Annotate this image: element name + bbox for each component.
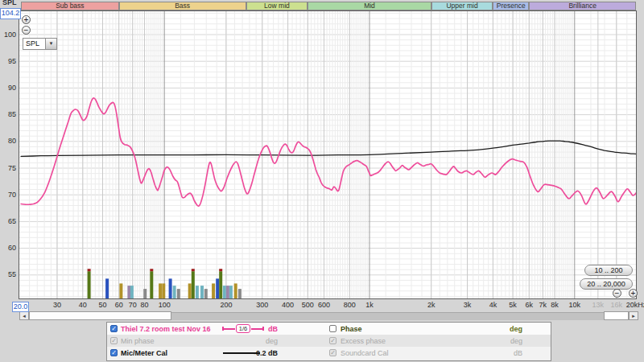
y-axis-label: 70 — [0, 191, 16, 199]
zoom-out-y-button[interactable]: − — [22, 26, 31, 35]
room-mode-bar — [238, 289, 242, 298]
room-mode-bar — [204, 289, 208, 298]
room-mode-bar — [130, 286, 134, 298]
mic-meter-cal-offset: -0.2 dB — [226, 349, 278, 357]
soundcard-cal-label: Soundcard Cal — [341, 349, 389, 357]
rew-spl-graph-window: { "bands": [ {"label":"Sub bass","f1":20… — [0, 0, 644, 362]
zoom-in-y-button[interactable]: + — [22, 15, 31, 24]
excess-phase-unit: deg — [471, 337, 522, 345]
room-mode-bar — [169, 278, 172, 298]
chevron-down-icon[interactable]: ▼ — [45, 39, 56, 49]
min-phase-unit: deg — [226, 337, 278, 345]
legend-panel: Thiel 7.2 room test Nov 16 1/6 dB Phase … — [106, 322, 551, 361]
band-header-upper-mid: Upper mid — [431, 2, 493, 10]
room-mode-bar — [216, 278, 219, 298]
legend-row-mic-meter-cal: Mic/Meter Cal -0.2 dB Soundcard Cal dB — [107, 347, 551, 359]
room-mode-bar — [143, 289, 147, 298]
room-mode-bar — [219, 271, 222, 298]
excess-phase-label: Excess phase — [341, 337, 386, 345]
x-axis-label: 100 — [147, 301, 182, 309]
scrollbar-thumb[interactable] — [29, 311, 171, 320]
room-mode-bar — [88, 271, 91, 298]
y-axis-cursor-value[interactable]: 104.2 — [0, 8, 21, 19]
room-mode-bar — [150, 271, 153, 298]
phase-unit: deg — [471, 325, 522, 333]
zoom-in-x-button[interactable]: + — [629, 289, 638, 298]
room-mode-bar — [229, 286, 233, 298]
legend-row-min-phase: Min phase deg Excess phase deg — [107, 335, 551, 347]
band-header-bass: Bass — [119, 2, 246, 10]
band-header-presence: Presence — [493, 2, 529, 10]
range-20-20000-button[interactable]: 20 .. 20,000 — [580, 278, 633, 290]
soundcard-cal-unit: dB — [471, 349, 522, 357]
room-mode-bar — [127, 286, 130, 298]
room-mode-bar — [162, 283, 165, 298]
room-mode-bar — [192, 271, 195, 298]
phase-checkbox[interactable] — [329, 325, 336, 332]
band-header-mid: Mid — [308, 2, 431, 10]
room-mode-bar — [159, 283, 162, 298]
y-axis-label: 80 — [0, 137, 16, 145]
room-mode-bar-cap — [192, 269, 195, 271]
y-axis-title: SPL — [2, 0, 17, 6]
min-phase-label: Min phase — [121, 337, 155, 345]
y-axis-label: 65 — [0, 217, 16, 225]
y-axis-label: 95 — [0, 57, 16, 65]
room-mode-bar — [105, 278, 109, 298]
room-mode-bar — [119, 283, 122, 298]
mic-meter-cal-checkbox[interactable] — [110, 349, 118, 356]
y-axis-label: 55 — [0, 270, 16, 278]
room-mode-bar — [234, 283, 237, 298]
x-axis-label: 1k — [352, 301, 387, 309]
spl-chart — [19, 11, 636, 298]
room-mode-bar-cap — [88, 269, 91, 271]
room-mode-bar — [212, 283, 215, 298]
min-phase-checkbox — [110, 337, 118, 344]
range-10-200-button[interactable]: 10 .. 200 — [584, 265, 633, 276]
room-mode-bar — [188, 283, 192, 298]
band-header-sub-bass: Sub bass — [21, 2, 119, 10]
axis-variable-value: SPL — [23, 39, 45, 49]
room-mode-bar — [177, 289, 180, 298]
soundcard-cal-checkbox — [329, 349, 336, 356]
room-mode-bar — [223, 286, 226, 298]
scroll-left-arrow-icon[interactable]: ◂ — [19, 311, 29, 320]
measurement-checkbox[interactable] — [110, 325, 118, 332]
scrollbar-corner-box — [604, 311, 629, 320]
scrollbar-track[interactable] — [171, 312, 604, 320]
x-axis-label: 200 — [208, 301, 244, 309]
x-axis-cursor-value[interactable]: 20.0 — [12, 302, 29, 312]
room-mode-bar — [173, 286, 176, 298]
horizontal-scrollbar[interactable]: ◂ ▸ — [19, 311, 638, 320]
room-mode-bar — [196, 286, 199, 298]
room-mode-bar-cap — [150, 269, 153, 271]
legend-row-measurement: Thiel 7.2 room test Nov 16 1/6 dB Phase … — [107, 323, 551, 335]
band-header-brilliance: Brilliance — [529, 2, 636, 10]
zoom-out-x-button[interactable]: − — [613, 289, 621, 298]
scroll-right-arrow-icon[interactable]: ▸ — [629, 311, 638, 320]
mic-meter-cal-label[interactable]: Mic/Meter Cal — [121, 349, 167, 357]
room-mode-bar-cap — [219, 269, 222, 271]
y-axis-label: 90 — [0, 84, 16, 92]
x-axis-label: 20kHz — [619, 301, 644, 309]
phase-label[interactable]: Phase — [341, 325, 362, 333]
y-axis-label: 85 — [0, 110, 16, 118]
band-header-low-mid: Low mid — [246, 2, 308, 10]
frequency-band-strip: Sub bassBassLow midMidUpper midPresenceB… — [0, 2, 644, 10]
measurement-label[interactable]: Thiel 7.2 room test Nov 16 — [121, 325, 211, 333]
trace-mic-meter-cal — [21, 141, 636, 156]
y-axis-label: 75 — [0, 164, 16, 172]
excess-phase-checkbox — [329, 337, 336, 344]
y-axis-label: 100 — [0, 31, 16, 39]
y-axis-label: 60 — [0, 244, 16, 252]
x-axis-label: 2k — [414, 301, 449, 309]
measurement-unit: dB — [226, 325, 278, 333]
room-mode-bar — [200, 286, 204, 298]
axis-variable-dropdown[interactable]: SPL ▼ — [23, 38, 57, 50]
room-mode-bar — [226, 286, 229, 298]
plot-area[interactable] — [19, 10, 637, 299]
